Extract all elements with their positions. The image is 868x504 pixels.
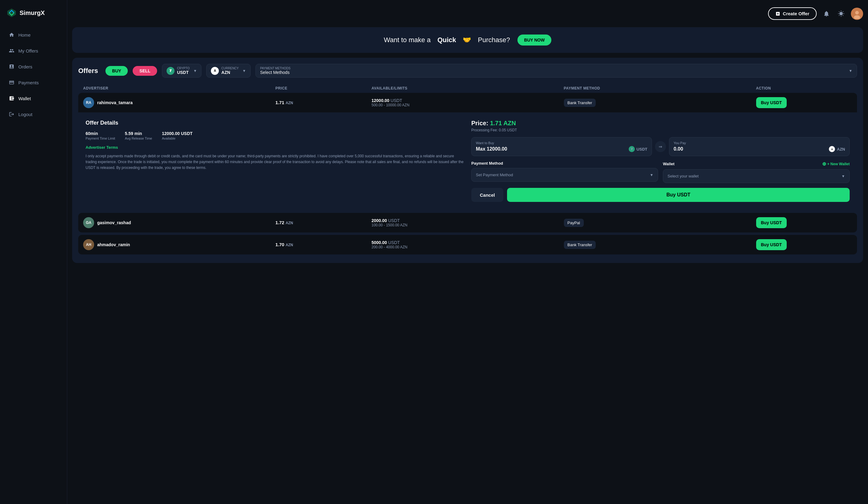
advertiser-avatar: RA: [83, 97, 94, 108]
buy-button-row2[interactable]: Buy USDT: [756, 217, 787, 228]
offer-detail-title: Offer Details: [85, 120, 464, 126]
sidebar-item-orders-label: Orders: [18, 64, 32, 69]
processing-fee: Processing Fee: 0.05 USDT: [471, 128, 850, 132]
quick-purchase-banner: Want to make a Quick 🤝 Purchase? BUY NOW: [72, 27, 863, 53]
offer-detail-right: Price: 1.71 AZN Processing Fee: 0.05 USD…: [471, 120, 850, 202]
new-wallet-button[interactable]: ⊕ + New Wallet: [822, 161, 850, 167]
usdt-icon: ₮: [167, 67, 175, 75]
payment-badge: Bank Transfer: [564, 241, 596, 249]
limit-range: 200.00 - 4000.00 AZN: [372, 245, 564, 249]
buy-button-row1[interactable]: Buy USDT: [756, 97, 787, 108]
offer-detail-left: Offer Details 60min Payment Time Limit 5…: [85, 120, 464, 202]
sidebar-item-wallet[interactable]: Wallet: [2, 92, 64, 105]
advertiser-cell: GA gasimov_rashad: [83, 217, 275, 228]
banner-suffix: Purchase?: [478, 36, 510, 44]
stat-payment-time: 60min Payment Time Limit: [85, 131, 115, 140]
swap-arrow-icon: ⇒: [655, 141, 666, 152]
logo-text: SimurgX: [20, 10, 45, 17]
advertiser-name: ahmadov_ramin: [97, 242, 130, 247]
sidebar-item-logout-label: Logout: [18, 112, 32, 117]
payment-method-section: Payment Method Set Payment Method ▼: [471, 161, 658, 183]
buy-large-button[interactable]: Buy USDT: [507, 188, 850, 202]
payment-method-cell: Bank Transfer: [564, 241, 756, 249]
currency-selector[interactable]: A CURRENCY AZN ▼: [206, 64, 251, 77]
advertiser-cell: RA rahimova_tamara: [83, 97, 275, 108]
col-action: ACTION: [756, 86, 852, 91]
payment-method-cell: Bank Transfer: [564, 99, 756, 107]
method-wallet-row: Payment Method Set Payment Method ▼ Wall…: [471, 161, 850, 183]
banner-prefix: Want to make a: [384, 36, 431, 44]
wallet-dropdown[interactable]: Select your wallet ▼: [663, 169, 850, 183]
amount-inputs: Want to Buy Max 12000.00 ₮ USDT ⇒ You Pa…: [471, 137, 850, 156]
terms-title: Advertiser Terms: [85, 145, 464, 150]
home-icon: [9, 32, 15, 38]
sidebar-item-my-offers-label: My Offers: [18, 48, 38, 53]
currency-value: AZN: [221, 70, 239, 75]
terms-text: I only accept payments made through debi…: [85, 153, 464, 171]
crypto-chevron-icon: ▼: [193, 69, 197, 73]
sidebar-item-logout[interactable]: Logout: [2, 107, 64, 121]
wallet-icon: [9, 95, 15, 102]
payment-method-chevron-icon: ▼: [650, 173, 653, 177]
table-row: AH ahmadov_ramin 1.70 AZN 5000.00 USDT 2…: [78, 235, 857, 254]
you-pay-box[interactable]: You Pay 0.00 A AZN: [669, 137, 850, 156]
payment-chevron-icon: ▼: [849, 69, 852, 73]
wallet-section: Wallet ⊕ + New Wallet Select your wallet…: [663, 161, 850, 183]
sidebar-item-home[interactable]: Home: [2, 28, 64, 42]
action-cell[interactable]: Buy USDT: [756, 217, 852, 228]
offers-icon: [9, 48, 15, 54]
top-header: Create Offer: [72, 5, 863, 22]
sidebar-item-wallet-label: Wallet: [18, 96, 31, 101]
table-header: ADVERTISER PRICE AVAILABLE/LIMITS PAYMEN…: [78, 84, 857, 93]
action-cell[interactable]: Buy USDT: [756, 239, 852, 250]
sidebar-item-orders[interactable]: Orders: [2, 60, 64, 73]
theme-toggle-icon[interactable]: [836, 9, 846, 19]
available-cell: 2000.00 USDT 100.00 - 1500.00 AZN: [372, 218, 564, 227]
table-row: GA gasimov_rashad 1.72 AZN 2000.00 USDT …: [78, 213, 857, 232]
action-cell[interactable]: Buy USDT: [756, 97, 852, 108]
orders-icon: [9, 64, 15, 70]
limit-range: 100.00 - 1500.00 AZN: [372, 223, 564, 227]
payment-method-label: Payment Method: [471, 161, 658, 166]
advertiser-name: gasimov_rashad: [97, 220, 131, 225]
offers-title: Offers: [78, 67, 98, 75]
currency-icon: A: [211, 67, 219, 75]
crypto-selector[interactable]: ₮ CRYPTO USDT ▼: [162, 64, 202, 77]
sidebar-item-home-label: Home: [18, 32, 31, 38]
crypto-value: USDT: [177, 70, 189, 75]
payment-method-dropdown[interactable]: Set Payment Method ▼: [471, 168, 658, 182]
offer-stats: 60min Payment Time Limit 5.59 min Avg Re…: [85, 131, 464, 140]
col-payment: PAYMENT METHOD: [564, 86, 756, 91]
user-avatar[interactable]: [851, 8, 863, 20]
available-amount: 12000.00 USDT: [372, 98, 564, 103]
buy-tab-button[interactable]: BUY: [105, 66, 128, 76]
sidebar-item-payments[interactable]: Payments: [2, 76, 64, 89]
currency-label: CURRENCY: [221, 66, 239, 70]
logout-icon: [9, 111, 15, 117]
price-value: 1.71 AZN: [275, 100, 293, 105]
stat-available: 12000.00 USDT Available: [162, 131, 193, 140]
col-advertiser: ADVERTISER: [83, 86, 275, 91]
price-value: 1.72 AZN: [275, 220, 293, 225]
svg-point-1: [855, 11, 859, 14]
payment-methods-selector[interactable]: PAYMENT METHODS Select Methods ▼: [256, 64, 857, 77]
offer-price-display: Price: 1.71 AZN: [471, 120, 850, 127]
create-offer-button[interactable]: Create Offer: [768, 7, 817, 20]
sidebar-item-my-offers[interactable]: My Offers: [2, 44, 64, 57]
currency-chevron-icon: ▼: [242, 69, 246, 73]
notification-icon[interactable]: [822, 9, 831, 19]
payment-methods-value: Select Methods: [260, 70, 290, 75]
advertiser-avatar: AH: [83, 239, 94, 250]
cancel-button[interactable]: Cancel: [471, 188, 503, 202]
want-to-buy-box[interactable]: Want to Buy Max 12000.00 ₮ USDT: [471, 137, 652, 156]
price-cell: 1.70 AZN: [275, 242, 372, 248]
price-cell: 1.72 AZN: [275, 220, 372, 225]
sidebar: SimurgX Home My Offers Orders Payments W…: [0, 0, 67, 504]
buy-button-row3[interactable]: Buy USDT: [756, 239, 787, 250]
payment-methods-label: PAYMENT METHODS: [260, 66, 290, 70]
payment-badge: Bank Transfer: [564, 99, 596, 107]
buy-now-button[interactable]: BUY NOW: [517, 34, 551, 45]
payment-method-cell: PayPal: [564, 219, 756, 227]
sidebar-item-payments-label: Payments: [18, 80, 39, 85]
sell-tab-button[interactable]: SELL: [133, 66, 157, 76]
